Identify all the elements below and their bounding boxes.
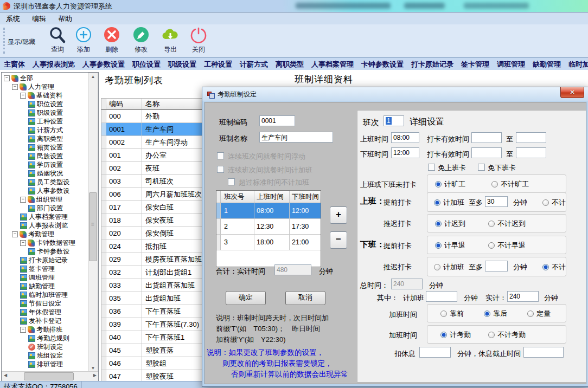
shift-code-input[interactable]: 0001 [259, 115, 295, 126]
scrollbar-thumb[interactable] [89, 192, 97, 261]
table-row[interactable]: 032计划部出货组1 [101, 266, 202, 279]
table-row[interactable]: 000外勤 [101, 110, 202, 123]
table-row[interactable]: 020保安倒班 [101, 227, 202, 240]
tree-item[interactable]: 职位设置 [2, 100, 87, 108]
absent-yes-radio[interactable]: 计旷工 [435, 179, 465, 189]
pos-back-radio[interactable]: 靠后 [484, 309, 507, 319]
query-button[interactable]: 查询 [43, 26, 72, 54]
scroll-down-arrow[interactable]: ▼ [88, 366, 98, 371]
scrollbar-thumb[interactable] [24, 372, 74, 380]
tree-item[interactable]: 计薪方式 [2, 126, 87, 134]
grid-row[interactable]: 212:3017:30 [216, 219, 321, 235]
tree-item[interactable]: −基础资料 [2, 91, 87, 100]
tab-13[interactable]: 缺勤管理 [529, 58, 565, 69]
tree-item[interactable]: 员工类型设 [2, 178, 87, 186]
tab-0[interactable]: 主窗体 [0, 58, 29, 69]
table-row[interactable]: 039下午直落班(7.30) [101, 318, 202, 331]
menu-item-0[interactable]: 系统 [0, 12, 26, 24]
tree-item[interactable]: ✔班制设定 [2, 342, 87, 351]
add-row-button[interactable]: + [330, 206, 347, 224]
tab-6[interactable]: 计薪方式 [236, 58, 272, 69]
table-row[interactable]: 0001生产车间 [101, 123, 202, 136]
dialog-titlebar[interactable]: 考勤班制设定 [207, 90, 257, 99]
skip-clockin-checkbox[interactable] [428, 164, 435, 171]
valid1-to-input[interactable] [516, 132, 546, 143]
remove-row-button[interactable]: − [330, 231, 347, 249]
table-row[interactable]: 018保安夜班 [101, 214, 202, 227]
tab-3[interactable]: 职位设置 [129, 58, 164, 69]
tree-item[interactable]: 节假日设定 [2, 299, 87, 308]
table-row[interactable]: 045塑胶直落 [101, 344, 202, 357]
tree-item[interactable]: −组织管理 [2, 195, 87, 204]
tree-item[interactable]: 婚姻状况 [2, 169, 87, 178]
tree-item[interactable]: 学历设置 [2, 160, 87, 169]
grid-row[interactable]: 318:0021:00 [216, 235, 321, 250]
column-header-name[interactable]: 名称 [142, 99, 202, 109]
grid-row[interactable]: 108:0012:00 [216, 203, 321, 219]
menu-item-2[interactable]: 帮助 [52, 12, 78, 24]
expand-toggle[interactable]: − [12, 231, 18, 237]
tab-2[interactable]: 人事参数设置 [79, 58, 129, 69]
tab-14[interactable]: 临时加班管理 [565, 58, 588, 69]
cancel-button[interactable]: 取消 [285, 291, 325, 305]
tree-item[interactable]: 工种设置 [2, 117, 87, 126]
tab-10[interactable]: 打卡原始记录 [407, 58, 457, 69]
over-standard-checkbox[interactable] [228, 178, 235, 185]
export-button[interactable]: 导出 [156, 26, 184, 54]
tree-item[interactable]: 人事档案管理 [2, 212, 87, 221]
pos-fixed-radio[interactable]: 定量 [527, 309, 551, 319]
expand-toggle[interactable]: − [4, 75, 10, 81]
table-row[interactable]: 033出货组直落加班 [101, 279, 202, 292]
work-end-input[interactable]: 12:00 [391, 147, 419, 158]
expand-toggle[interactable]: − [20, 93, 26, 99]
expand-toggle[interactable]: − [20, 197, 26, 203]
table-row[interactable]: 006周六月薪加班班次 [101, 188, 202, 201]
valid2-from-input[interactable] [471, 147, 502, 158]
late-out-max-input[interactable] [485, 261, 508, 271]
leave-not-counted-radio[interactable]: 不计早退 [488, 241, 526, 250]
table-row[interactable]: 024抵扣班 [101, 240, 202, 253]
tab-9[interactable]: 卡钟参数设置 [357, 58, 407, 69]
show-hide-toggle[interactable]: 显示/隐藏 [8, 37, 35, 47]
expand-toggle[interactable]: − [12, 84, 18, 90]
tree-item[interactable]: −考勤管理 [2, 230, 87, 238]
tree-item[interactable]: 年休假管理 [2, 308, 87, 316]
tab-5[interactable]: 工种设置 [200, 58, 236, 69]
tree-horizontal-scrollbar[interactable]: ◀ ▶ [2, 371, 99, 381]
tree-item[interactable]: 调班管理 [2, 273, 87, 282]
leave-counted-radio[interactable]: 计早退 [435, 241, 465, 250]
tab-11[interactable]: 签卡管理 [457, 58, 493, 69]
rest-end-input[interactable] [523, 347, 564, 358]
tree-item[interactable]: 卡钟参数设 [2, 247, 87, 256]
work-start-input[interactable]: 08:00 [391, 132, 419, 143]
delete-button[interactable]: 删除 [98, 26, 126, 54]
menu-item-1[interactable]: 编辑 [26, 12, 52, 24]
expand-toggle[interactable]: − [20, 240, 26, 246]
valid2-to-input[interactable] [516, 147, 546, 158]
scroll-up-arrow[interactable]: ▲ [88, 74, 98, 79]
meal-float-checkbox[interactable] [217, 152, 224, 159]
tab-8[interactable]: 人事档案管理 [308, 58, 357, 69]
tree-item[interactable]: 离职类型 [2, 134, 87, 143]
table-row[interactable]: 0002生产车间浮动 [101, 136, 202, 149]
late-counted-radio[interactable]: 计迟到 [435, 219, 465, 229]
tree-item[interactable]: 民族设置 [2, 152, 87, 160]
tree-item[interactable]: −考勤排班 [2, 325, 87, 334]
tab-4[interactable]: 职级设置 [164, 58, 200, 69]
among-ot-input[interactable] [426, 291, 457, 302]
shift-name-input[interactable]: 生产车间 [259, 132, 333, 143]
tree-item[interactable]: −全部 [2, 74, 87, 82]
tree-vertical-scrollbar[interactable]: ▲ ▼ [88, 73, 98, 372]
table-row[interactable]: 036下午直落班 [101, 305, 202, 318]
skip-clockout-checkbox[interactable] [478, 164, 485, 171]
tab-7[interactable]: 离职类型 [272, 58, 308, 69]
tab-12[interactable]: 调班管理 [493, 58, 529, 69]
scroll-right-arrow[interactable]: ▶ [93, 373, 97, 378]
edit-button[interactable]: 修改 [127, 26, 155, 54]
add-button[interactable]: 添加 [69, 26, 98, 54]
rest-deduct-input[interactable] [419, 347, 451, 358]
meal-overtime-checkbox[interactable] [217, 166, 224, 173]
tree-item[interactable]: 职级设置 [2, 108, 87, 117]
tree-item[interactable]: 人事报表浏览 [2, 221, 87, 230]
column-header-code[interactable]: 编码 [106, 99, 142, 109]
